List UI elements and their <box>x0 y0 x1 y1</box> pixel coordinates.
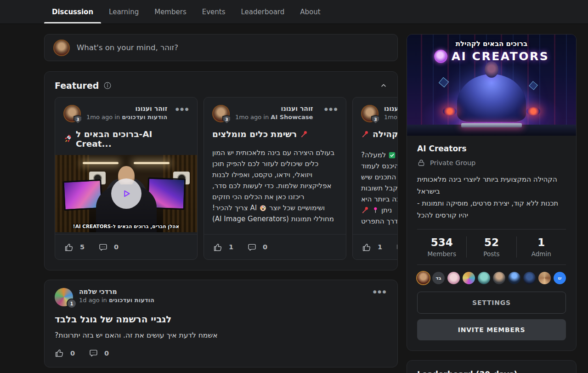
member-avatar[interactable] <box>523 272 536 284</box>
more-options-icon[interactable]: ●●● <box>175 107 190 111</box>
body-line: ויזואלי, וידאו, טקסט, ואפילו לבנות <box>212 169 338 180</box>
like-action[interactable]: 1 <box>213 242 233 252</box>
body-line: ריכזנו כאן את הכלים הכי חזקים <box>212 191 338 202</box>
post-title: ברוכים הבאים ל-AI Creat... <box>55 129 197 149</box>
more-options-icon[interactable]: ●●● <box>373 289 387 294</box>
info-icon[interactable] <box>103 81 112 90</box>
post-title: רשימת כלים מומלצים <box>204 129 346 141</box>
tab-about[interactable]: About <box>292 0 328 23</box>
comment-icon <box>396 242 397 252</box>
text-token: קהילה <box>373 129 397 139</box>
like-action[interactable]: 1 <box>362 242 382 252</box>
video-caption: אהלן חברים, ברוכים הבאים ל-AI CREATORS! <box>55 224 197 229</box>
decor <box>461 123 522 127</box>
featured-card-tools[interactable]: 3 זוהר וענונו 1mo ago in AI Showcase ●●●… <box>204 97 346 260</box>
comment-icon <box>98 242 108 252</box>
featured-header: Featured <box>45 72 397 97</box>
like-action[interactable]: 0 <box>55 348 75 358</box>
post-meta: 1mo ago in <box>384 114 397 121</box>
text-token: ריכזנו כאן את הכלים הכי חזקים <box>212 193 304 201</box>
feed-post[interactable]: 1 מרדכי שלמה 1d ago in הודעות ועדכונים ●… <box>44 280 398 367</box>
text-token: אפליקציות שלמות. כדי לעשות לכם סדר, <box>212 182 332 190</box>
level-badge: 1 <box>67 298 77 309</box>
stat-posts[interactable]: 52 Posts <box>466 236 516 258</box>
thumb-up-icon <box>64 242 74 252</box>
comment-action[interactable]: 0 <box>396 242 397 252</box>
pushpin-icon <box>361 206 369 214</box>
tab-leaderboard[interactable]: Leaderboard <box>233 0 293 23</box>
author-name[interactable]: זוהר וענונו <box>235 105 313 112</box>
text-token: כלים שיכולים לעזור לכם להפיק תוכן <box>212 160 318 168</box>
checkbox-icon <box>388 151 396 159</box>
text-token: קבל תשובות <box>361 184 397 192</box>
top-nav: DiscussionLearningMembersEventsLeaderboa… <box>0 0 588 24</box>
group-card: ברוכים הבאים לקהילת AI CREATORS AI Creat… <box>407 34 577 351</box>
featured-section: Featured 3 זוהר וענונו <box>44 71 398 270</box>
decor <box>134 162 170 164</box>
tab-discussion[interactable]: Discussion <box>44 0 101 23</box>
invite-members-button[interactable]: INVITE MEMBERS <box>417 319 566 340</box>
member-avatar[interactable] <box>417 272 430 284</box>
post-body: אשמח לדעת איך עושים את זה. והאם יש בזה י… <box>55 331 387 339</box>
banner-brand-text: AI CREATORS <box>452 50 549 63</box>
text-token: בה ביותר היא <box>361 195 397 203</box>
settings-button[interactable]: SETTINGS <box>417 292 566 314</box>
byline: זוהר וענונו 1mo ago in AI Showcase <box>235 105 313 122</box>
group-name[interactable]: AI Creators <box>417 144 566 153</box>
comment-icon <box>247 242 257 252</box>
author-name[interactable]: מרדכי שלמה <box>79 288 154 295</box>
collapse-chevron-up-icon[interactable] <box>380 82 387 89</box>
text-token: AI צריך להכיר! <box>212 204 257 212</box>
group-stats: 534 Members 52 Posts 1 Admin <box>417 230 566 264</box>
author-name[interactable]: זוהר וענונו <box>86 105 167 112</box>
text-token: התכנים שיש <box>361 173 396 181</box>
card-header: 3 זוהר וענונו 1mo ago in הודעות ועדכונים… <box>55 98 197 122</box>
like-count: 5 <box>80 243 85 251</box>
member-avatar[interactable] <box>478 272 490 284</box>
comment-action[interactable]: 0 <box>98 242 119 252</box>
video-thumbnail[interactable]: אהלן חברים, ברוכים הבאים ל-AI CREATORS! <box>55 155 197 232</box>
body-line: מחוללי תמונות (AI Image Generators) <box>212 213 338 224</box>
tab-members[interactable]: Members <box>147 0 194 23</box>
featured-cards-row: 3 זוהר וענונו 1mo ago in הודעות ועדכונים… <box>45 97 397 270</box>
card-footer: 5 0 <box>55 234 197 259</box>
channel-name: הודעות ועדכונים <box>109 297 154 304</box>
current-user-avatar <box>53 40 70 56</box>
body-line: בעולם היצירה עם בינה מלאכותית יש המון <box>212 147 338 158</box>
author-name[interactable]: זוהר וענונו <box>384 105 397 112</box>
body-line: אפליקציות שלמות. כדי לעשות לכם סדר, <box>212 180 338 191</box>
body-line: דרך התפריט <box>361 216 397 227</box>
member-avatar[interactable] <box>447 272 460 284</box>
more-options-icon[interactable]: ●●● <box>324 107 339 111</box>
tab-learning[interactable]: Learning <box>101 0 147 23</box>
featured-title: Featured <box>55 80 99 91</box>
stat-admins[interactable]: 1 Admin <box>516 236 566 258</box>
member-avatar[interactable] <box>493 272 505 284</box>
group-banner-image[interactable]: ברוכים הבאים לקהילת AI CREATORS <box>407 34 576 136</box>
level-badge: 3 <box>222 115 231 124</box>
privacy-label: Private Group <box>430 159 475 166</box>
tab-events[interactable]: Events <box>194 0 233 23</box>
play-button[interactable] <box>111 178 141 209</box>
comment-action[interactable]: 0 <box>247 242 267 252</box>
comment-action[interactable]: 0 <box>89 348 109 358</box>
member-avatar[interactable] <box>508 272 520 284</box>
like-action[interactable]: 5 <box>64 242 85 252</box>
member-avatar[interactable] <box>463 272 475 284</box>
member-avatar[interactable]: בד <box>432 272 445 284</box>
text-token: היכנס לעמוד <box>361 162 397 170</box>
featured-card-welcome[interactable]: 3 זוהר וענונו 1mo ago in הודעות ועדכונים… <box>55 97 198 260</box>
card-footer: 1 0 <box>204 234 346 259</box>
text-token: ניתן <box>381 206 392 214</box>
stat-members[interactable]: 534 Members <box>417 236 466 258</box>
featured-card-community[interactable]: 3 זוהר וענונו 1mo ago in קהילה למעלה?היכ… <box>352 97 397 260</box>
thumb-up-icon <box>362 242 372 252</box>
member-avatar[interactable]: ש <box>554 272 566 284</box>
member-avatar[interactable] <box>538 272 551 284</box>
card-header: 3 זוהר וענונו 1mo ago in <box>353 98 397 122</box>
post-meta: 1mo ago in AI Showcase <box>235 114 313 121</box>
text-token: בעולם היצירה עם בינה מלאכותית יש המון <box>212 149 334 157</box>
decor <box>526 107 540 115</box>
post-composer[interactable]: What's on your mind, זוהר? <box>44 34 398 61</box>
comment-count: 0 <box>263 243 267 251</box>
